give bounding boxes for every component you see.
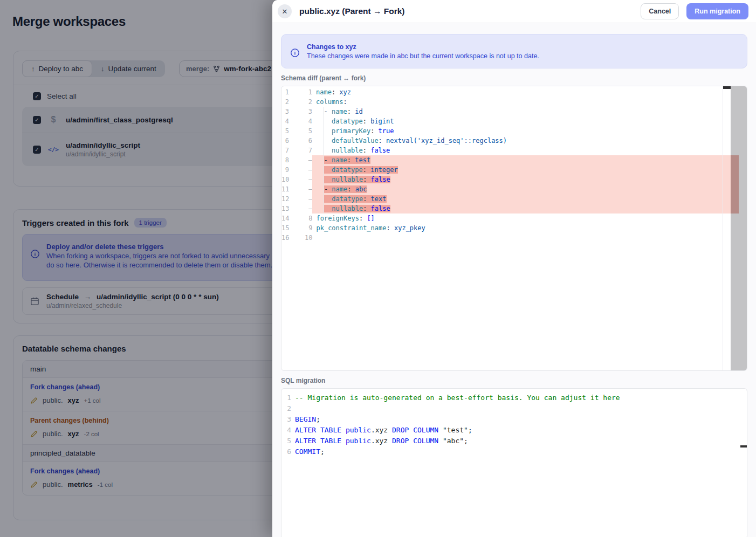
diff-line: 159pk_constraint_name: xyz_pkey [281,223,747,233]
diff-line: 148foreignKeys: [] [281,214,747,223]
sql-migration-editor[interactable]: 1-- Migration is auto-generated on a bes… [281,388,747,537]
diff-line: 9– datatype: integer [281,165,747,175]
diff-line: 8– - name: test [281,155,747,165]
diff-line: 66 defaultValue: nextval('xyz_id_seq'::r… [281,136,747,146]
diff-line: 12– datatype: text [281,194,747,204]
schema-diff-editor[interactable]: 11name: xyz22columns:33 - name: id44 dat… [281,86,747,371]
diff-line: 77 nullable: false [281,146,747,155]
editor-scrollbar-border [723,86,723,370]
banner-title: Changes to xyz [307,43,539,51]
cursor-position-marker [723,86,731,89]
diff-line: 55 primaryKey: true [281,126,747,136]
drawer-title: public.xyz (Parent → Fork) [299,6,633,16]
cancel-button[interactable]: Cancel [641,3,679,19]
screen: Merge workspaces ↑ Deploy to abc ↓ Updat… [0,0,756,537]
diff-line: 22columns: [281,97,747,107]
diff-line: 33 - name: id [281,107,747,116]
sql-migration-label: SQL migration [281,377,747,384]
sql-line: 1-- Migration is auto-generated on a bes… [281,393,747,403]
sql-line: 4ALTER TABLE public.xyz DROP COLUMN "tes… [281,425,747,436]
sql-line: 6COMMIT; [281,446,747,457]
diff-line: 11– - name: abc [281,184,747,194]
changes-info-banner: Changes to xyz These changes were made i… [281,34,747,68]
drawer-body: Changes to xyz These changes were made i… [272,23,756,537]
sql-line: 3BEGIN; [281,414,747,425]
diff-line: 44 datatype: bigint [281,116,747,126]
cursor-position-marker [740,445,747,448]
deleted-region-marker [731,155,739,214]
sql-line: 2 [281,403,747,414]
drawer-header: ✕ public.xyz (Parent → Fork) Cancel Run … [272,0,756,23]
diff-line: 11name: xyz [281,87,747,97]
diff-overview-ruler[interactable] [731,86,747,370]
schema-diff-label: Schema diff (parent ↔ fork) [281,74,747,82]
diff-line: 1610 [281,233,747,243]
diff-line: 13– nullable: false [281,204,747,214]
run-migration-button[interactable]: Run migration [686,3,748,19]
sql-line: 5ALTER TABLE public.xyz DROP COLUMN "abc… [281,436,747,446]
migration-drawer: ✕ public.xyz (Parent → Fork) Cancel Run … [272,0,756,537]
info-icon [290,48,300,60]
diff-line: 10– nullable: false [281,175,747,184]
close-icon: ✕ [282,8,288,16]
close-button[interactable]: ✕ [278,4,292,18]
banner-body: These changes were made in abc but the c… [307,52,539,60]
